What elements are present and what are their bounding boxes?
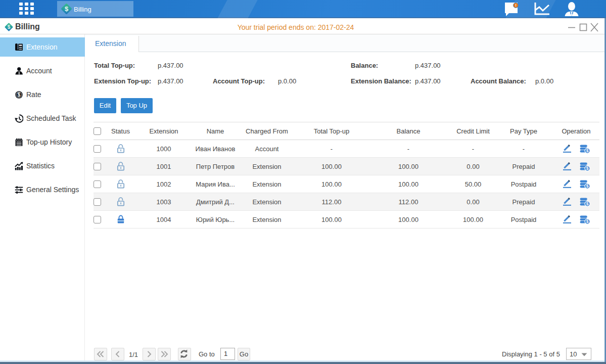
svg-text:$: $ xyxy=(586,201,588,206)
svg-text:$: $ xyxy=(65,5,69,13)
svg-text:!: ! xyxy=(515,3,517,8)
svg-text:$: $ xyxy=(586,148,588,153)
svg-text:$: $ xyxy=(586,166,588,171)
svg-text:$: $ xyxy=(586,219,588,224)
svg-text:$: $ xyxy=(586,184,588,189)
svg-text:$: $ xyxy=(18,92,21,98)
